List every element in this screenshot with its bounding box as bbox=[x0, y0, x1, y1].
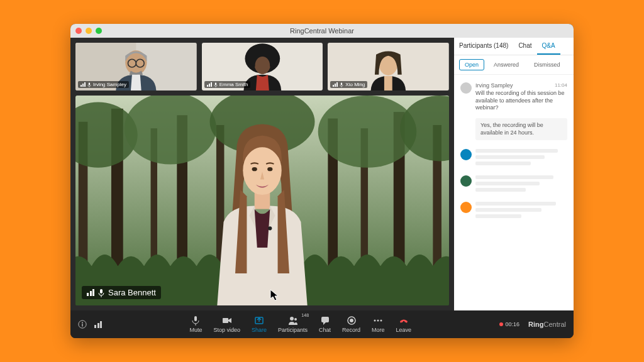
main-video[interactable]: Sara Bennett bbox=[75, 96, 449, 305]
mic-icon bbox=[87, 82, 91, 87]
thumbnail-name: Xio Ming bbox=[345, 82, 365, 87]
svg-rect-42 bbox=[223, 318, 228, 323]
avatar bbox=[460, 175, 472, 187]
svg-point-48 bbox=[350, 319, 353, 322]
qa-answer: Yes, the recording will be available in … bbox=[475, 118, 567, 140]
people-icon bbox=[288, 315, 298, 326]
svg-point-44 bbox=[290, 317, 294, 321]
thumbnail-label: Irving Sampley bbox=[78, 81, 129, 88]
window-title: RingCentral Webinar bbox=[70, 27, 574, 35]
qa-sub-open[interactable]: Open bbox=[459, 59, 484, 70]
participants-label: Participants bbox=[278, 327, 308, 333]
mic-icon bbox=[214, 82, 218, 87]
svg-rect-40 bbox=[82, 324, 82, 326]
svg-point-49 bbox=[374, 320, 376, 322]
svg-point-34 bbox=[252, 167, 257, 171]
qa-asker-name: Irving Sampley bbox=[475, 82, 513, 89]
qa-time: 11:04 bbox=[555, 82, 567, 89]
qa-sub-dismissed[interactable]: Dismissed bbox=[528, 59, 566, 70]
tab-participants[interactable]: Participants (148) bbox=[454, 38, 513, 55]
more-label: More bbox=[372, 327, 385, 333]
more-button[interactable]: More bbox=[372, 315, 385, 333]
svg-rect-6 bbox=[89, 82, 90, 85]
mic-icon bbox=[98, 288, 104, 297]
mic-icon bbox=[191, 315, 201, 326]
thumbnail-name: Irving Sampley bbox=[93, 82, 126, 87]
thumbnail-strip: Irving Sampley bbox=[70, 38, 454, 96]
side-panel: Participants (148) Chat Q&A Open Answere… bbox=[454, 38, 574, 310]
signal-icon[interactable] bbox=[94, 321, 102, 328]
main-speaker-label: Sara Bennett bbox=[82, 286, 161, 299]
main-speaker bbox=[185, 112, 340, 305]
thumbnail-name: Emma Smith bbox=[219, 82, 248, 87]
signal-icon bbox=[333, 82, 338, 87]
share-button[interactable]: Share bbox=[252, 315, 267, 333]
svg-rect-37 bbox=[100, 289, 103, 293]
qa-text: Will the recording of this session be av… bbox=[475, 90, 567, 112]
record-button[interactable]: Record bbox=[342, 315, 360, 333]
stop-video-button[interactable]: Stop video bbox=[213, 315, 240, 333]
share-label: Share bbox=[252, 327, 267, 333]
avatar bbox=[460, 149, 472, 160]
svg-point-39 bbox=[82, 322, 83, 324]
video-area: Irving Sampley bbox=[70, 38, 454, 310]
svg-point-11 bbox=[255, 57, 270, 74]
avatar bbox=[460, 202, 472, 213]
toolbar: Mute Stop video Share 148 Participants C… bbox=[70, 310, 574, 338]
svg-point-36 bbox=[268, 226, 272, 230]
chat-icon bbox=[320, 315, 330, 326]
signal-icon bbox=[87, 289, 94, 296]
qa-list: Irving Sampley 11:04 Will the recording … bbox=[454, 75, 574, 310]
chat-button[interactable]: Chat bbox=[319, 315, 331, 333]
record-icon bbox=[347, 315, 357, 326]
panel-tabs: Participants (148) Chat Q&A bbox=[454, 38, 574, 55]
participant-thumbnail[interactable]: Irving Sampley bbox=[75, 43, 197, 90]
app-window: RingCentral Webinar bbox=[70, 24, 574, 338]
svg-rect-12 bbox=[215, 82, 216, 85]
phone-icon bbox=[399, 315, 409, 326]
leave-label: Leave bbox=[396, 327, 412, 333]
svg-point-50 bbox=[377, 320, 379, 322]
tab-chat[interactable]: Chat bbox=[513, 38, 536, 55]
svg-rect-41 bbox=[194, 316, 197, 321]
tab-qa[interactable]: Q&A bbox=[537, 38, 560, 55]
participant-thumbnail[interactable]: Xio Ming bbox=[328, 43, 449, 90]
recording-indicator-icon bbox=[499, 322, 503, 326]
leave-button[interactable]: Leave bbox=[396, 315, 412, 333]
svg-point-51 bbox=[380, 320, 382, 322]
recording-timer: 00:16 bbox=[499, 321, 520, 327]
signal-icon bbox=[80, 82, 86, 87]
participant-thumbnail[interactable]: Emma Smith bbox=[202, 43, 323, 90]
record-label: Record bbox=[342, 327, 360, 333]
qa-question[interactable]: Irving Sampley 11:04 Will the recording … bbox=[454, 79, 574, 116]
more-icon bbox=[373, 315, 383, 326]
svg-point-45 bbox=[294, 318, 297, 321]
main-speaker-name: Sara Bennett bbox=[108, 288, 156, 297]
mute-label: Mute bbox=[189, 327, 202, 333]
brand-logo: RingCentral bbox=[528, 321, 566, 328]
avatar bbox=[460, 82, 472, 94]
thumbnail-label: Emma Smith bbox=[204, 81, 251, 88]
mic-icon bbox=[340, 82, 343, 87]
cursor-icon bbox=[270, 289, 280, 302]
signal-icon bbox=[207, 82, 212, 87]
chat-label: Chat bbox=[319, 327, 331, 333]
stop-video-label: Stop video bbox=[213, 327, 240, 333]
camera-icon bbox=[222, 315, 232, 326]
mute-button[interactable]: Mute bbox=[189, 315, 202, 333]
svg-rect-46 bbox=[321, 317, 329, 322]
thumbnail-label: Xio Ming bbox=[330, 81, 367, 88]
qa-sub-answered[interactable]: Answered bbox=[488, 59, 525, 70]
svg-rect-15 bbox=[341, 82, 342, 85]
info-icon[interactable] bbox=[78, 320, 87, 329]
qa-placeholder bbox=[454, 172, 574, 198]
participants-count: 148 bbox=[301, 313, 309, 317]
qa-subtabs: Open Answered Dismissed bbox=[454, 55, 574, 75]
share-icon bbox=[254, 315, 264, 326]
svg-point-35 bbox=[267, 167, 272, 171]
participants-button[interactable]: 148 Participants bbox=[278, 315, 308, 333]
qa-placeholder bbox=[454, 198, 574, 224]
qa-placeholder bbox=[454, 145, 574, 172]
titlebar: RingCentral Webinar bbox=[70, 24, 574, 38]
